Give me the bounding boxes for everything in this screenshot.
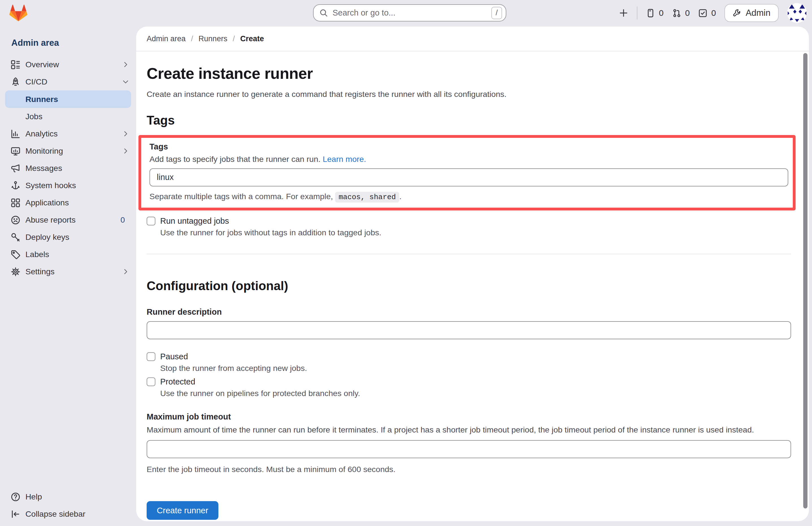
maximum-job-timeout-description: Maximum amount of time the runner can ru… <box>147 425 791 435</box>
sidebar-item-label: Monitoring <box>26 146 63 156</box>
collapse-sidebar-button[interactable]: Collapse sidebar <box>0 506 136 523</box>
sidebar-item-label: Collapse sidebar <box>26 509 85 518</box>
admin-mode-button[interactable]: Admin <box>724 4 779 22</box>
protected-checkbox[interactable] <box>147 377 155 386</box>
collapse-sidebar-icon <box>11 509 20 519</box>
applications-icon <box>11 198 20 208</box>
topbar-divider <box>637 6 637 19</box>
configuration-section-heading: Configuration (optional) <box>147 279 791 293</box>
breadcrumb-create: Create <box>240 34 264 43</box>
breadcrumb-separator: / <box>233 34 235 43</box>
sidebar-item-applications[interactable]: Applications <box>0 194 136 211</box>
create-new-icon[interactable] <box>619 8 628 18</box>
monitor-icon <box>11 146 20 156</box>
maximum-job-timeout-input[interactable] <box>147 440 791 458</box>
todos-counter[interactable]: 0 <box>698 8 716 18</box>
chevron-right-icon <box>122 61 129 68</box>
sidebar-item-label: Deploy keys <box>26 233 69 242</box>
wrench-icon <box>733 9 741 17</box>
tags-input[interactable] <box>149 169 788 187</box>
tags-help-suffix: . <box>399 192 402 201</box>
maximum-job-timeout-help: Enter the job timeout in seconds. Must b… <box>147 464 791 474</box>
user-avatar[interactable] <box>787 3 807 23</box>
admin-button-label: Admin <box>745 8 770 18</box>
sidebar-item-system-hooks[interactable]: System hooks <box>0 177 136 194</box>
sidebar-item-cicd[interactable]: CI/CD <box>0 73 136 90</box>
todos-count: 0 <box>711 8 716 18</box>
todo-icon <box>698 9 708 18</box>
help-icon <box>11 492 20 502</box>
sidebar-item-label: Applications <box>26 198 69 207</box>
protected-label[interactable]: Protected <box>160 377 195 386</box>
page-subtitle: Create an instance runner to generate a … <box>147 90 791 99</box>
chevron-right-icon <box>122 268 129 275</box>
tags-example-code: macos, shared <box>335 192 399 203</box>
topbar: / 0 0 0 Admin <box>0 0 812 26</box>
run-untagged-jobs-row: Run untagged jobs <box>147 217 791 225</box>
breadcrumb-admin-area[interactable]: Admin area <box>147 34 186 43</box>
create-runner-button[interactable]: Create runner <box>147 501 218 520</box>
sidebar-item-label: Overview <box>26 60 59 69</box>
runner-description-label: Runner description <box>147 307 791 317</box>
sidebar-item-labels[interactable]: Labels <box>0 246 136 263</box>
search-shortcut-key: / <box>491 7 502 19</box>
run-untagged-jobs-checkbox[interactable] <box>147 217 155 225</box>
gitlab-logo[interactable] <box>9 4 28 22</box>
section-divider <box>147 254 791 254</box>
paused-row: Paused <box>147 352 791 361</box>
issues-counter[interactable]: 0 <box>646 8 664 18</box>
sidebar-item-settings[interactable]: Settings <box>0 263 136 280</box>
sidebar-item-analytics[interactable]: Analytics <box>0 125 136 142</box>
tag-icon <box>11 250 20 259</box>
sidebar-item-label: Settings <box>26 267 55 276</box>
sidebar-item-label: System hooks <box>26 181 76 190</box>
breadcrumb-runners[interactable]: Runners <box>199 34 228 43</box>
sidebar-item-label: CI/CD <box>26 77 47 86</box>
frown-face-icon <box>11 215 20 225</box>
chevron-down-icon <box>122 78 129 86</box>
sidebar-item-label: Help <box>26 492 42 501</box>
breadcrumb: Admin area / Runners / Create <box>136 27 809 52</box>
page-title: Create instance runner <box>147 65 791 82</box>
runner-description-input[interactable] <box>147 321 791 339</box>
sidebar-item-label: Labels <box>26 250 49 259</box>
overview-icon <box>11 60 20 70</box>
chevron-right-icon <box>122 130 129 137</box>
sidebar-item-help[interactable]: Help <box>0 488 136 506</box>
tags-description-text: Add tags to specify jobs that the runner… <box>149 155 320 163</box>
search-input[interactable] <box>333 8 491 17</box>
sidebar-item-deploy-keys[interactable]: Deploy keys <box>0 229 136 246</box>
sidebar-item-abuse-reports[interactable]: Abuse reports 0 <box>0 211 136 229</box>
paused-label[interactable]: Paused <box>160 352 188 361</box>
sidebar-item-label: Messages <box>26 163 62 173</box>
search-icon <box>319 9 328 17</box>
sidebar-item-monitoring[interactable]: Monitoring <box>0 142 136 160</box>
run-untagged-jobs-help: Use the runner for jobs without tags in … <box>160 228 791 237</box>
run-untagged-jobs-label[interactable]: Run untagged jobs <box>160 217 229 225</box>
issues-count: 0 <box>659 8 664 18</box>
paused-checkbox[interactable] <box>147 352 155 361</box>
sidebar-title: Admin area <box>0 26 136 56</box>
protected-row: Protected <box>147 377 791 386</box>
chevron-right-icon <box>122 147 129 155</box>
paused-help: Stop the runner from accepting new jobs. <box>160 363 791 373</box>
maximum-job-timeout-label: Maximum job timeout <box>147 412 791 422</box>
sidebar-item-runners[interactable]: Runners <box>5 90 131 108</box>
gear-icon <box>11 267 20 277</box>
sidebar-item-overview[interactable]: Overview <box>0 56 136 73</box>
learn-more-link[interactable]: Learn more. <box>323 155 366 163</box>
tags-field-description: Add tags to specify jobs that the runner… <box>149 154 788 164</box>
global-search[interactable]: / <box>313 4 506 21</box>
merge-request-icon <box>672 9 681 18</box>
tags-field-label: Tags <box>149 142 788 151</box>
vertical-scrollbar[interactable] <box>803 53 808 509</box>
sidebar-item-messages[interactable]: Messages <box>0 160 136 177</box>
sidebar-item-jobs[interactable]: Jobs <box>0 108 136 125</box>
sidebar-item-label: Jobs <box>26 112 42 121</box>
abuse-reports-count-badge: 0 <box>120 216 125 224</box>
protected-help: Use the runner on pipelines for protecte… <box>160 389 791 398</box>
key-icon <box>11 233 20 242</box>
tags-help-prefix: Separate multiple tags with a comma. For… <box>149 192 333 201</box>
bar-chart-icon <box>11 129 20 139</box>
merge-requests-counter[interactable]: 0 <box>672 8 690 18</box>
